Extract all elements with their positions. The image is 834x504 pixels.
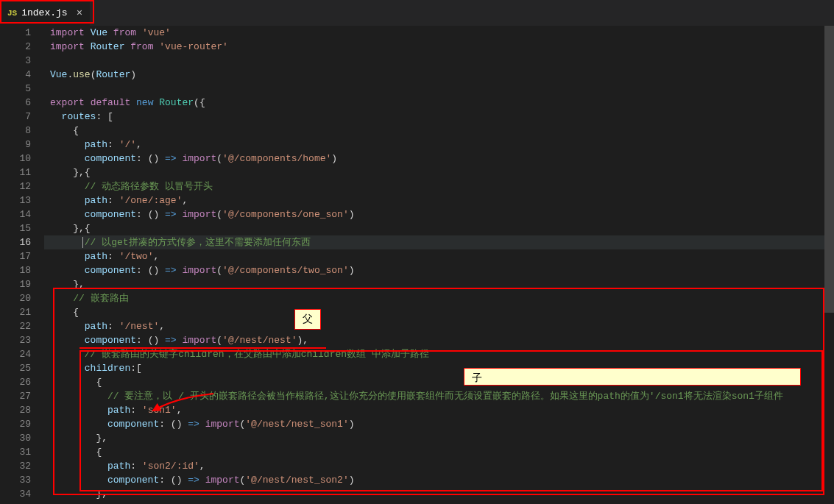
code-line[interactable]: }, [44,277,834,291]
scrollbar-thumb[interactable] [824,26,834,313]
line-number: 22 [0,319,31,333]
annotation-note-child: 子 [464,368,801,386]
line-number: 3 [0,54,31,68]
close-icon[interactable]: × [77,7,82,19]
text-cursor [82,237,83,248]
code-line[interactable]: }, [44,431,834,445]
line-number: 17 [0,249,31,263]
line-number: 24 [0,347,31,361]
code-line[interactable]: path: '/one/:age', [44,194,834,207]
code-line[interactable]: component: () => import('@/nest/nest_son… [44,473,834,487]
code-line[interactable]: component: () => import('@/nest/nest_son… [44,417,834,431]
code-line[interactable]: import Router from 'vue-router' [44,40,834,54]
code-line[interactable]: export default new Router({ [44,96,834,110]
line-number: 30 [0,431,31,445]
code-line[interactable]: { [44,124,834,138]
line-number: 29 [0,417,31,431]
vertical-scrollbar[interactable] [824,26,834,504]
line-number: 28 [0,403,31,417]
code-line[interactable]: component: () => import('@/components/tw… [44,263,834,277]
code-line[interactable]: // 嵌套路由 [44,291,834,305]
code-line[interactable]: // 以get拼凑的方式传参，这里不需要添加任何东西 [44,235,834,249]
code-line[interactable]: { [44,305,834,319]
line-number: 20 [0,291,31,305]
line-number: 5 [0,82,31,96]
tab-filename: index.js [21,7,67,18]
line-number: 26 [0,375,31,389]
line-number: 25 [0,361,31,375]
code-line[interactable]: path: '/', [44,138,834,152]
code-line[interactable]: component: () => import('@/nest/nest'), [44,333,834,347]
code-line[interactable]: { [44,445,834,459]
code-line[interactable]: },{ [44,166,834,180]
code-line[interactable]: // 动态路径参数 以冒号开头 [44,180,834,194]
line-number: 13 [0,194,31,207]
line-number: 9 [0,138,31,152]
line-number: 33 [0,473,31,487]
line-number: 8 [0,124,31,138]
code-line[interactable]: // 要注意，以 / 开头的嵌套路径会被当作根路径,这让你充分的使用嵌套组件而无… [44,389,834,403]
line-number: 16 [0,235,31,249]
line-number: 10 [0,152,31,166]
line-number: 2 [0,40,31,54]
line-number: 1 [0,26,31,40]
line-number: 14 [0,207,31,221]
code-line[interactable]: },{ [44,221,834,235]
file-tab-index-js[interactable]: JS index.js × [0,0,91,26]
line-number: 21 [0,305,31,319]
line-number: 11 [0,166,31,180]
line-number: 32 [0,459,31,473]
code-line[interactable]: Vue.use(Router) [44,68,834,82]
code-line[interactable]: path: '/nest', [44,319,834,333]
line-number: 27 [0,389,31,403]
line-number: 23 [0,333,31,347]
code-area[interactable]: import Vue from 'vue'import Router from … [44,26,834,504]
line-number: 18 [0,263,31,277]
code-line[interactable]: component: () => import('@/components/ho… [44,152,834,166]
line-number: 34 [0,487,31,501]
code-line[interactable]: // 嵌套路由的关键字children，在父路由中添加children数组 中添… [44,347,834,361]
js-file-icon: JS [7,9,17,18]
code-line[interactable] [44,82,834,96]
code-line[interactable]: component: () => import('@/components/on… [44,207,834,221]
line-number-gutter: 1234567891011121314151617181920212223242… [0,26,44,504]
code-line[interactable]: path: '/two', [44,249,834,263]
line-number: 12 [0,180,31,194]
line-number: 31 [0,445,31,459]
line-number: 6 [0,96,31,110]
code-line[interactable]: path: 'son2/:id', [44,459,834,473]
code-editor[interactable]: 1234567891011121314151617181920212223242… [0,26,834,504]
tab-bar: JS index.js × [0,0,834,26]
line-number: 19 [0,277,31,291]
line-number: 15 [0,221,31,235]
code-line[interactable]: }, [44,487,834,501]
code-line[interactable]: import Vue from 'vue' [44,26,834,40]
annotation-note-parent: 父 [294,309,321,330]
code-line[interactable]: routes: [ [44,110,834,124]
line-number: 7 [0,110,31,124]
line-number: 4 [0,68,31,82]
code-line[interactable] [44,54,834,68]
code-line[interactable]: path: 'son1', [44,403,834,417]
